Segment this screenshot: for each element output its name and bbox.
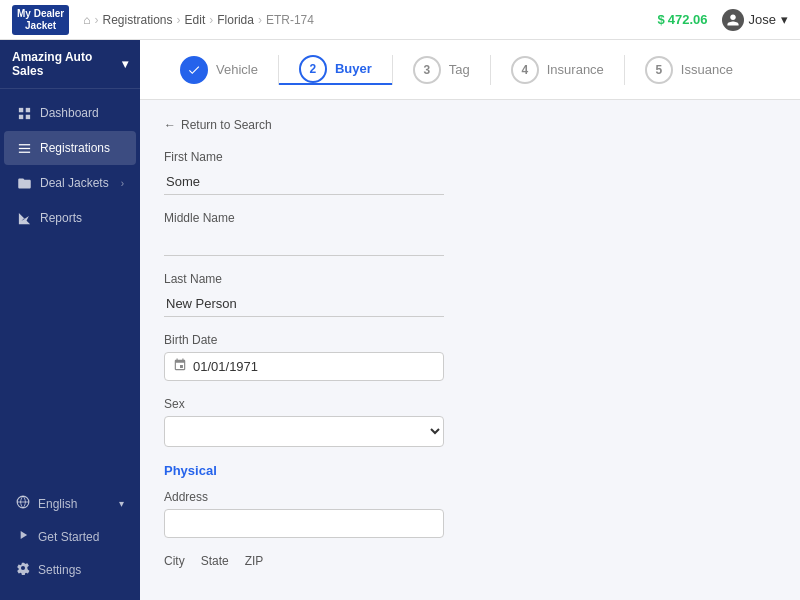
sidebar-item-settings[interactable]: Settings <box>4 553 136 586</box>
last-name-input[interactable] <box>164 291 444 317</box>
city-group: City <box>164 554 185 573</box>
first-name-group: First Name <box>164 150 776 195</box>
company-name: Amazing Auto Sales <box>12 50 122 78</box>
sidebar-item-reports[interactable]: Reports <box>4 201 136 235</box>
breadcrumb-current: ETR-174 <box>266 13 314 27</box>
chart-icon <box>16 210 32 226</box>
chevron-down-icon: ▾ <box>119 498 124 509</box>
breadcrumb-edit[interactable]: Edit <box>185 13 206 27</box>
middle-name-group: Middle Name <box>164 211 776 256</box>
steps-bar: Vehicle 2 Buyer 3 Tag 4 Insurance 5 Issu… <box>140 40 800 100</box>
language-label: English <box>38 497 77 511</box>
home-icon[interactable]: ⌂ <box>83 13 90 27</box>
zip-group: ZIP <box>245 554 264 573</box>
step-label-tag: Tag <box>449 62 470 77</box>
physical-section-title: Physical <box>164 463 776 478</box>
calendar-icon <box>173 358 187 375</box>
state-group: State <box>201 554 229 573</box>
step-circle-5: 5 <box>645 56 673 84</box>
folder-icon <box>16 175 32 191</box>
globe-icon <box>16 495 30 512</box>
form-area: ← Return to Search First Name Middle Nam… <box>140 100 800 600</box>
user-menu[interactable]: Jose ▾ <box>722 9 788 31</box>
step-circle-4: 4 <box>511 56 539 84</box>
dollar-icon: $ <box>658 12 665 27</box>
balance-display: $ 472.06 <box>658 12 708 27</box>
address-label: Address <box>164 490 776 504</box>
sex-group: Sex Male Female <box>164 397 776 447</box>
city-state-zip-row: City State ZIP <box>164 554 776 573</box>
chevron-down-icon: ▾ <box>122 57 128 71</box>
play-icon <box>16 528 30 545</box>
svg-rect-0 <box>18 107 22 111</box>
sidebar-bottom: English ▾ Get Started Settings <box>0 483 140 590</box>
sidebar-item-deal-jackets[interactable]: Deal Jackets › <box>4 166 136 200</box>
list-icon <box>16 140 32 156</box>
back-link-label: Return to Search <box>181 118 272 132</box>
address-group: Address <box>164 490 776 538</box>
balance-value: 472.06 <box>668 12 708 27</box>
back-link[interactable]: ← Return to Search <box>164 118 776 132</box>
avatar <box>722 9 744 31</box>
breadcrumb: ⌂ › Registrations › Edit › Florida › ETR… <box>83 13 651 27</box>
middle-name-input[interactable] <box>164 230 444 256</box>
breadcrumb-florida[interactable]: Florida <box>217 13 254 27</box>
sidebar-item-label: Dashboard <box>40 106 99 120</box>
birth-date-input[interactable] <box>193 359 435 374</box>
breadcrumb-registrations[interactable]: Registrations <box>103 13 173 27</box>
logo: My Dealer Jacket <box>12 5 69 35</box>
first-name-label: First Name <box>164 150 776 164</box>
settings-icon <box>16 561 30 578</box>
last-name-group: Last Name <box>164 272 776 317</box>
sidebar: Amazing Auto Sales ▾ Dashboard Registrat… <box>0 40 140 600</box>
step-label-buyer: Buyer <box>335 61 372 76</box>
svg-rect-5 <box>18 147 29 148</box>
company-selector[interactable]: Amazing Auto Sales ▾ <box>0 40 140 89</box>
arrow-left-icon: ← <box>164 118 176 132</box>
sidebar-item-registrations[interactable]: Registrations <box>4 131 136 165</box>
chevron-down-icon: ▾ <box>781 12 788 27</box>
last-name-label: Last Name <box>164 272 776 286</box>
step-tag[interactable]: 3 Tag <box>393 56 490 84</box>
step-label-insurance: Insurance <box>547 62 604 77</box>
sidebar-item-dashboard[interactable]: Dashboard <box>4 96 136 130</box>
step-circle-2: 2 <box>299 55 327 83</box>
sex-select[interactable]: Male Female <box>164 416 444 447</box>
main-content: Vehicle 2 Buyer 3 Tag 4 Insurance 5 Issu… <box>140 40 800 600</box>
first-name-input[interactable] <box>164 169 444 195</box>
zip-label: ZIP <box>245 554 264 568</box>
svg-rect-2 <box>18 114 22 118</box>
birth-date-group: Birth Date <box>164 333 776 381</box>
city-label: City <box>164 554 185 568</box>
user-name: Jose <box>749 12 776 27</box>
address-input[interactable] <box>164 509 444 538</box>
svg-rect-1 <box>25 107 29 111</box>
step-label-vehicle: Vehicle <box>216 62 258 77</box>
logo-box: My Dealer Jacket <box>12 5 69 35</box>
step-vehicle[interactable]: Vehicle <box>160 56 278 84</box>
sex-label: Sex <box>164 397 776 411</box>
get-started-label: Get Started <box>38 530 99 544</box>
birth-date-label: Birth Date <box>164 333 776 347</box>
state-label: State <box>201 554 229 568</box>
middle-name-label: Middle Name <box>164 211 776 225</box>
sidebar-item-label: Deal Jackets <box>40 176 109 190</box>
settings-label: Settings <box>38 563 81 577</box>
grid-icon <box>16 105 32 121</box>
step-circle-3: 3 <box>413 56 441 84</box>
sidebar-nav: Dashboard Registrations Deal Jackets › <box>0 89 140 483</box>
top-navbar: My Dealer Jacket ⌂ › Registrations › Edi… <box>0 0 800 40</box>
sidebar-item-get-started[interactable]: Get Started <box>4 520 136 553</box>
sidebar-item-english[interactable]: English ▾ <box>4 487 136 520</box>
step-buyer[interactable]: 2 Buyer <box>279 55 392 85</box>
svg-rect-4 <box>18 144 29 145</box>
step-insurance[interactable]: 4 Insurance <box>491 56 624 84</box>
sidebar-item-label: Registrations <box>40 141 110 155</box>
step-issuance[interactable]: 5 Issuance <box>625 56 753 84</box>
main-layout: Amazing Auto Sales ▾ Dashboard Registrat… <box>0 40 800 600</box>
step-circle-1 <box>180 56 208 84</box>
svg-rect-3 <box>25 114 29 118</box>
chevron-right-icon: › <box>121 178 124 189</box>
sidebar-item-label: Reports <box>40 211 82 225</box>
nav-right: $ 472.06 Jose ▾ <box>658 9 788 31</box>
